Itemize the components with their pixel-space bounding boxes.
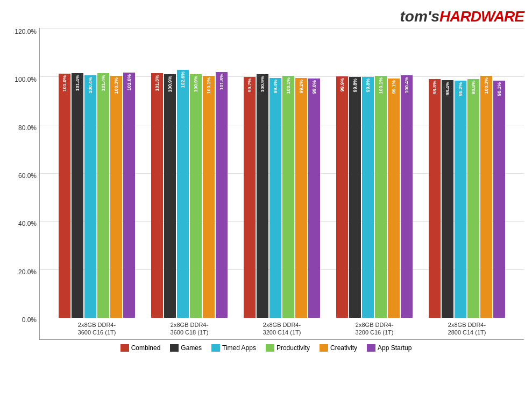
bar-4-3: 98.8% — [467, 79, 479, 318]
bar-4-4: 100.3% — [480, 76, 492, 318]
legend-color-4 — [320, 344, 328, 352]
bar-wrap-1-3: 100.9% — [190, 74, 202, 318]
bar-group-2: 99.7%100.9%99.4%100.1%99.2%99.0% — [244, 74, 320, 318]
bar-3-1: 99.8% — [349, 77, 361, 318]
bar-label-3-4: 99.1% — [392, 80, 396, 94]
x-label-3: 2x8GB DDR4- 3200 C16 (1T) — [356, 321, 394, 337]
bar-label-3-3: 100.1% — [379, 77, 384, 94]
bar-0-1: 101.4% — [72, 73, 83, 318]
legend-color-5 — [367, 344, 375, 352]
legend-item-1: Games — [170, 344, 202, 352]
legend-label-4: Creativity — [330, 344, 357, 352]
plot-area: 101.0%101.4%100.4%101.4%100.3%101.6%101.… — [39, 28, 524, 340]
bar-0-4: 100.3% — [110, 76, 122, 318]
bar-label-0-2: 100.4% — [88, 77, 93, 94]
legend-label-2: Timed Apps — [222, 344, 256, 352]
bar-label-4-3: 98.8% — [471, 81, 476, 95]
bar-2-3: 100.1% — [282, 76, 294, 318]
bar-3-2: 99.8% — [362, 77, 374, 318]
bar-label-1-4: 100.1% — [207, 77, 211, 94]
bar-wrap-4-2: 98.2% — [455, 81, 466, 318]
bar-1-2: 102.6% — [177, 70, 189, 318]
bar-label-4-0: 98.8% — [432, 81, 437, 95]
logo-text: tom'sHARDWARE — [400, 8, 524, 25]
bar-wrap-2-5: 99.0% — [308, 79, 320, 318]
bar-group-3: 99.9%99.8%99.8%100.1%99.1%100.4% — [336, 75, 413, 318]
legend-label-0: Combined — [131, 344, 161, 352]
x-label-group-3: 2x8GB DDR4- 3200 C16 (1T) — [328, 321, 421, 337]
legend-color-0 — [120, 344, 129, 352]
bar-1-5: 101.8% — [216, 72, 228, 318]
bar-3-0: 99.9% — [336, 76, 348, 318]
x-label-group-2: 2x8GB DDR4- 3200 C14 (1T) — [236, 321, 328, 337]
legend-item-3: Productivity — [266, 344, 310, 352]
bar-label-2-0: 99.7% — [247, 79, 252, 92]
bar-wrap-3-1: 99.8% — [349, 77, 361, 318]
bar-wrap-4-4: 100.3% — [480, 76, 492, 318]
bar-label-4-5: 98.1% — [497, 82, 502, 96]
bar-4-2: 98.2% — [455, 81, 466, 318]
y-label-20: 20.0% — [18, 268, 37, 276]
bar-0-3: 101.4% — [97, 73, 109, 318]
header-row: tom'sHARDWARE — [8, 8, 524, 25]
bar-wrap-0-1: 101.4% — [72, 73, 83, 318]
legend-label-3: Productivity — [276, 344, 310, 352]
bar-4-5: 98.1% — [493, 81, 505, 318]
bar-wrap-0-0: 101.0% — [59, 74, 70, 318]
bar-label-3-0: 99.9% — [340, 78, 345, 92]
bar-wrap-1-5: 101.8% — [216, 72, 228, 318]
y-axis: 120.0% 100.0% 80.0% 60.0% 40.0% 20.0% 0.… — [8, 28, 39, 340]
bar-label-2-2: 99.4% — [273, 80, 278, 94]
bar-2-1: 100.9% — [257, 74, 268, 318]
bar-group-1: 101.3%100.9%102.6%100.9%100.1%101.8% — [151, 70, 228, 318]
chart-container: tom'sHARDWARE 120.0% 100.0% 80.0% 60.0% … — [0, 0, 532, 399]
bar-wrap-3-0: 99.9% — [336, 76, 348, 318]
bar-1-1: 100.9% — [164, 74, 176, 318]
bar-label-0-1: 101.4% — [75, 75, 80, 91]
bar-3-5: 100.4% — [401, 75, 413, 318]
x-label-4: 2x8GB DDR4- 2800 C14 (1T) — [448, 321, 486, 337]
bar-label-2-5: 99.0% — [312, 80, 317, 94]
bar-wrap-1-0: 101.3% — [151, 73, 163, 318]
bar-2-5: 99.0% — [308, 79, 320, 318]
bar-wrap-4-1: 98.4% — [442, 80, 453, 318]
logo-hardware: HARDWARE — [439, 8, 524, 25]
bar-label-4-1: 98.4% — [445, 82, 450, 96]
bar-3-3: 100.1% — [375, 76, 387, 318]
x-label-group-4: 2x8GB DDR4- 2800 C14 (1T) — [421, 321, 513, 337]
bar-wrap-0-5: 101.6% — [123, 73, 135, 318]
bar-wrap-2-0: 99.7% — [244, 77, 256, 318]
legend-label-1: Games — [181, 344, 202, 352]
x-label-1: 2x8GB DDR4- 3600 C18 (1T) — [171, 321, 209, 337]
bar-label-3-1: 99.8% — [353, 79, 358, 92]
bar-0-5: 101.6% — [123, 73, 135, 318]
bar-wrap-4-5: 98.1% — [493, 81, 505, 318]
x-label-0: 2x8GB DDR4- 3600 C16 (1T) — [78, 321, 116, 337]
bar-wrap-4-3: 98.8% — [467, 79, 479, 318]
bar-group-4: 98.8%98.4%98.2%98.8%100.3%98.1% — [429, 76, 505, 318]
legend-item-2: Timed Apps — [211, 344, 256, 352]
legend: CombinedGamesTimed AppsProductivityCreat… — [8, 344, 524, 352]
y-label-40: 40.0% — [18, 220, 37, 227]
bar-wrap-2-1: 100.9% — [257, 74, 268, 318]
bar-group-0: 101.0%101.4%100.4%101.4%100.3%101.6% — [59, 73, 135, 318]
bar-wrap-3-2: 99.8% — [362, 77, 374, 318]
x-label-group-0: 2x8GB DDR4- 3600 C16 (1T) — [51, 321, 143, 337]
bar-wrap-1-4: 100.1% — [203, 76, 215, 318]
bars-container: 101.0%101.4%100.4%101.4%100.3%101.6%101.… — [40, 28, 524, 318]
legend-color-3 — [266, 344, 274, 352]
bar-2-2: 99.4% — [269, 78, 281, 318]
bar-wrap-1-1: 100.9% — [164, 74, 176, 318]
bar-label-2-4: 99.2% — [299, 80, 304, 94]
bar-0-0: 101.0% — [59, 74, 70, 318]
logo-block: tom'sHARDWARE — [400, 8, 524, 25]
legend-label-5: App Startup — [378, 344, 412, 352]
x-label-group-1: 2x8GB DDR4- 3600 C18 (1T) — [143, 321, 236, 337]
bar-label-1-0: 101.3% — [155, 75, 160, 91]
logo-toms: tom's — [400, 8, 440, 25]
y-label-120: 120.0% — [15, 28, 37, 35]
bar-wrap-0-3: 101.4% — [97, 73, 109, 318]
bar-wrap-1-2: 102.6% — [177, 70, 189, 318]
bar-2-0: 99.7% — [244, 77, 256, 318]
bar-label-0-5: 101.6% — [127, 74, 132, 91]
